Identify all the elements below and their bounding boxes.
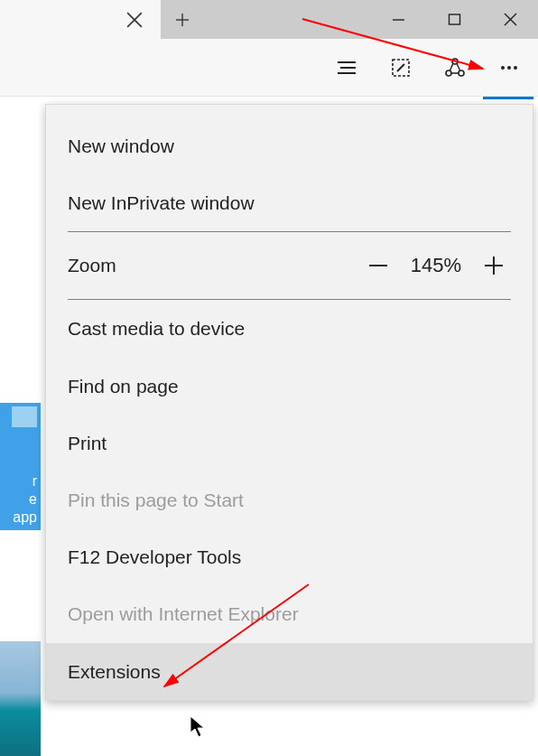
svg-point-13 — [446, 70, 451, 76]
menu-print[interactable]: Print — [46, 415, 533, 471]
tile-glyph — [12, 406, 37, 427]
close-tab-icon[interactable] — [126, 12, 143, 28]
zoom-value: 145% — [404, 254, 468, 277]
window-controls — [370, 0, 538, 39]
svg-point-16 — [507, 66, 511, 70]
reading-view-icon[interactable] — [327, 48, 366, 88]
current-tab[interactable] — [0, 0, 161, 39]
menu-find[interactable]: Find on page — [46, 358, 533, 415]
zoom-label: Zoom — [68, 255, 116, 276]
menu-pin-to-start: Pin this page to Start — [46, 471, 533, 528]
share-icon[interactable] — [435, 48, 475, 88]
tile-text-1: r — [5, 472, 37, 490]
menu-new-window[interactable]: New window — [46, 117, 533, 174]
more-icon[interactable] — [489, 48, 529, 88]
close-window-button[interactable] — [482, 0, 538, 39]
new-tab-button[interactable] — [161, 0, 204, 39]
toolbar — [0, 39, 538, 97]
start-tile-partial: r e app — [0, 403, 41, 530]
tab-strip — [0, 0, 538, 39]
menu-cast[interactable]: Cast media to device — [46, 300, 533, 357]
web-note-icon[interactable] — [381, 48, 421, 88]
menu-devtools[interactable]: F12 Developer Tools — [46, 528, 533, 585]
mouse-cursor-icon — [190, 715, 208, 739]
svg-rect-5 — [449, 14, 459, 24]
more-active-indicator — [483, 97, 533, 99]
menu-new-inprivate[interactable]: New InPrivate window — [46, 174, 533, 231]
maximize-button[interactable] — [426, 0, 482, 39]
photo-tile-partial — [0, 641, 41, 756]
zoom-in-button[interactable] — [468, 245, 520, 286]
menu-zoom-row: Zoom 145% — [46, 232, 533, 299]
svg-point-17 — [514, 66, 517, 70]
settings-menu: New window New InPrivate window Zoom 145… — [45, 104, 533, 701]
menu-extensions[interactable]: Extensions — [46, 643, 533, 700]
tile-text-2: e app — [5, 490, 37, 527]
svg-point-15 — [501, 66, 505, 70]
svg-point-14 — [459, 70, 464, 76]
menu-open-ie: Open with Internet Explorer — [46, 585, 533, 642]
zoom-out-button[interactable] — [352, 245, 404, 286]
minimize-button[interactable] — [370, 0, 426, 39]
